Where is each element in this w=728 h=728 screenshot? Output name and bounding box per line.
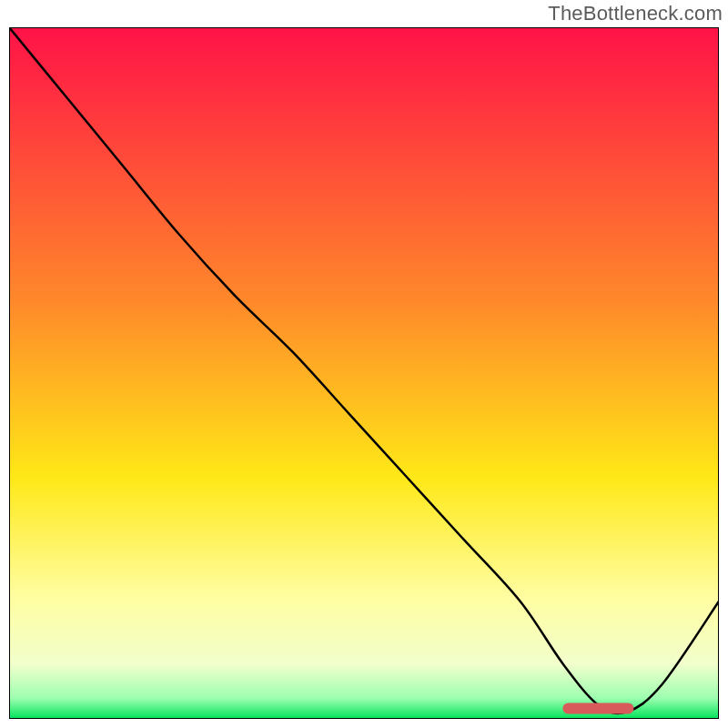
watermark-text: TheBottleneck.com	[548, 2, 723, 25]
gradient-background	[9, 27, 719, 719]
target-marker	[562, 703, 633, 714]
chart-container: TheBottleneck.com	[0, 0, 728, 728]
chart-svg	[9, 27, 719, 719]
plot-frame	[9, 27, 719, 719]
